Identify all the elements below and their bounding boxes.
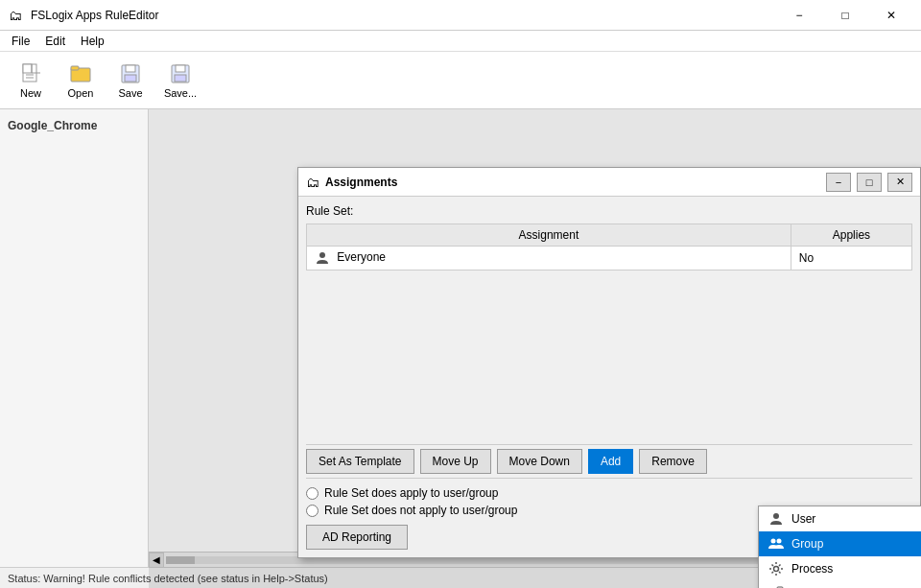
- save-label: Save: [118, 87, 142, 99]
- svg-rect-11: [175, 75, 186, 82]
- radio-row-1: Rule Set does apply to user/group: [306, 486, 912, 500]
- move-down-button[interactable]: Move Down: [497, 449, 582, 474]
- svg-point-12: [319, 252, 325, 258]
- title-bar: 🗂 FSLogix Apps RuleEditor − □ ✕: [0, 0, 921, 31]
- dialog-close-button[interactable]: ✕: [887, 173, 912, 192]
- svg-rect-8: [125, 75, 136, 82]
- add-button[interactable]: Add: [588, 449, 633, 474]
- menu-bar: File Edit Help: [0, 31, 921, 52]
- table-row[interactable]: Everyone No: [307, 247, 912, 270]
- col-applies: Applies: [791, 224, 911, 247]
- app-title: FSLogix Apps RuleEditor: [31, 9, 769, 22]
- new-icon: [19, 62, 42, 85]
- svg-rect-1: [23, 64, 32, 73]
- gear-icon: [768, 561, 784, 576]
- dropdown-item-process[interactable]: Process: [759, 556, 921, 581]
- minimize-button[interactable]: −: [777, 0, 821, 31]
- remove-button[interactable]: Remove: [639, 449, 707, 474]
- move-up-button[interactable]: Move Up: [420, 449, 491, 474]
- main-window: 🗂 FSLogix Apps RuleEditor − □ ✕ File Edi…: [0, 0, 921, 588]
- dropdown-item-user[interactable]: User: [759, 506, 921, 531]
- svg-point-15: [777, 539, 782, 544]
- user-label: User: [791, 512, 815, 526]
- main-panel: gle Chrome.lnk 🗂 Assignments − □ ✕ Rule …: [149, 109, 921, 588]
- svg-point-13: [773, 513, 779, 519]
- svg-rect-7: [126, 65, 135, 72]
- dialog-body: Rule Set: Assignment Applies: [298, 197, 920, 557]
- menu-edit[interactable]: Edit: [37, 33, 73, 50]
- rule-set-label: Rule Set:: [306, 204, 912, 218]
- app-icon: 🗂: [8, 8, 23, 23]
- assignment-cell: Everyone: [307, 247, 791, 270]
- sidebar-item-label: Google_Chrome: [8, 119, 97, 132]
- group-icon: [768, 536, 784, 552]
- radio-applies[interactable]: [306, 487, 319, 500]
- menu-file[interactable]: File: [4, 33, 37, 50]
- dialog-title: Assignments: [325, 176, 820, 189]
- title-bar-controls: − □ ✕: [777, 0, 913, 31]
- svg-rect-5: [71, 66, 79, 70]
- set-as-template-button[interactable]: Set As Template: [306, 449, 414, 474]
- person-icon: [315, 250, 330, 266]
- svg-point-16: [774, 567, 779, 572]
- dropdown-item-network-location[interactable]: Network Location: [759, 581, 921, 588]
- radio-not-applies-label: Rule Set does not apply to user/group: [324, 504, 517, 517]
- dropdown-item-group[interactable]: Group: [759, 531, 921, 556]
- group-label: Group: [791, 537, 823, 551]
- sidebar-item-google-chrome[interactable]: Google_Chrome: [0, 113, 148, 138]
- assignment-table: Assignment Applies: [306, 223, 912, 270]
- dialog-btn-row: Set As Template Move Up Move Down Add Re…: [306, 444, 912, 479]
- close-button[interactable]: ✕: [869, 0, 913, 31]
- process-label: Process: [791, 562, 833, 576]
- dialog-minimize-button[interactable]: −: [826, 173, 851, 192]
- col-assignment: Assignment: [307, 224, 791, 247]
- user-icon: [768, 511, 784, 527]
- dialog-maximize-button[interactable]: □: [857, 173, 882, 192]
- menu-help[interactable]: Help: [73, 33, 112, 50]
- save-icon: [119, 62, 142, 85]
- save-as-button[interactable]: Save...: [157, 56, 203, 106]
- dialog-title-icon: 🗂: [306, 175, 319, 190]
- svg-point-14: [771, 539, 776, 544]
- toolbar: New Open Save: [0, 52, 921, 109]
- maximize-button[interactable]: □: [823, 0, 867, 31]
- assignment-table-container: Assignment Applies: [306, 223, 912, 444]
- content-area: Google_Chrome gle Chrome.lnk 🗂 Assignmen…: [0, 109, 921, 588]
- open-icon: [69, 62, 92, 85]
- ad-reporting-button[interactable]: AD Reporting: [306, 525, 408, 550]
- radio-not-applies[interactable]: [306, 505, 319, 517]
- assignments-dialog: 🗂 Assignments − □ ✕ Rule Set: Assig: [297, 167, 921, 558]
- assignment-name: Everyone: [337, 250, 386, 264]
- save-button[interactable]: Save: [107, 56, 154, 106]
- svg-rect-10: [176, 65, 185, 72]
- save-as-icon: [169, 62, 192, 85]
- dropdown-menu: User Group: [758, 506, 921, 588]
- open-label: Open: [68, 87, 94, 99]
- new-label: New: [20, 87, 41, 99]
- open-button[interactable]: Open: [58, 56, 104, 106]
- radio-applies-label: Rule Set does apply to user/group: [324, 486, 498, 500]
- dialog-title-bar: 🗂 Assignments − □ ✕: [298, 168, 920, 197]
- save-as-label: Save...: [164, 87, 197, 99]
- new-button[interactable]: New: [8, 56, 54, 106]
- sidebar: Google_Chrome: [0, 109, 149, 588]
- applies-cell: No: [791, 247, 911, 270]
